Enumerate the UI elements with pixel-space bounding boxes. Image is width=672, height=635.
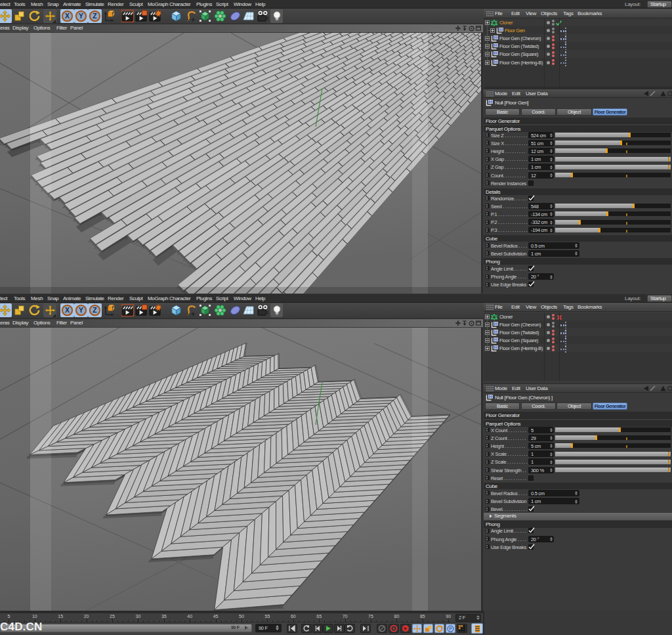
svg-text:0: 0 [495, 322, 497, 326]
svg-text:0: 0 [495, 338, 497, 341]
svg-text:X: X [65, 12, 70, 20]
svg-text:0: 0 [495, 346, 497, 349]
svg-text:Z: Z [93, 307, 97, 314]
svg-text:0: 0 [495, 36, 497, 39]
svg-text:0: 0 [495, 52, 497, 55]
svg-text:Z: Z [93, 12, 97, 20]
svg-text:0: 0 [490, 395, 492, 399]
svg-text:0: 0 [495, 330, 497, 334]
svg-text:0: 0 [500, 28, 502, 32]
svg-text:0: 0 [495, 44, 497, 47]
svg-text:P: P [449, 626, 452, 631]
svg-text:Y: Y [79, 12, 83, 20]
svg-text:X: X [65, 307, 70, 314]
svg-text:Y: Y [79, 307, 83, 314]
svg-text:0: 0 [490, 100, 492, 104]
svg-text:0: 0 [495, 60, 497, 63]
